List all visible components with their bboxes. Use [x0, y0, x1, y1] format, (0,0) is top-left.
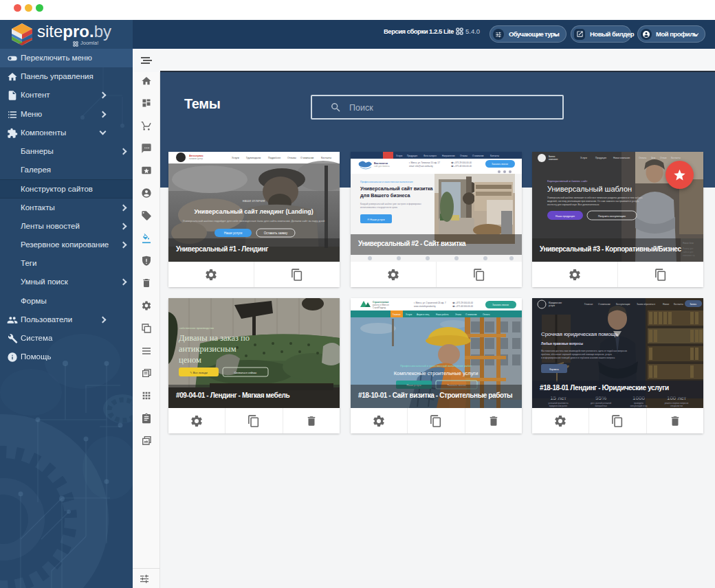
svg-text:☎ +375 29 000-00-00: ☎ +375 29 000-00-00 [451, 161, 472, 164]
svg-text:Профессиональный и качественны: Профессиональный и качественный выполнен… [400, 364, 472, 368]
svg-text:☎ +375 44 000-00-00: ☎ +375 44 000-00-00 [452, 305, 473, 308]
svg-text:для Вашего бизнеса: для Вашего бизнеса [360, 192, 411, 199]
svg-text:Корзина: Корзина [549, 368, 559, 371]
svg-text:г. Минск, ул. Типичная 10 оф.: г. Минск, ул. Типичная 10 оф. 17 [409, 161, 440, 164]
svg-text:услуги: услуги [549, 304, 555, 307]
svg-text:Диваны на заказ по: Диваны на заказ по [179, 333, 250, 343]
svg-text:email: info@sait-vizitka.by: email: info@sait-vizitka.by [409, 165, 433, 168]
svg-text:Фото галерея: Фото галерея [424, 155, 437, 157]
svg-text:☎ +375 44 000-00-00: ☎ +375 44 000-00-00 [451, 165, 472, 168]
svg-text:в информировании позиций уровн: в информировании позиций уровня и глубок… [541, 357, 615, 359]
svg-text:Оставить заявку: Оставить заявку [264, 231, 288, 235]
svg-text:✉ Наши услуги: ✉ Наши услуги [367, 218, 384, 221]
svg-text:Продукция: Продукция [407, 155, 417, 157]
svg-text:✎ Все лозади: ✎ Все лозади [190, 371, 208, 374]
svg-text:Контакты: Контакты [674, 303, 683, 306]
svg-text:наши отличия: наши отличия [243, 199, 265, 203]
svg-text:Акции и спец: Акции и спец [417, 313, 430, 316]
svg-text:Заказать звонок: Заказать звонок [492, 304, 509, 306]
svg-text:проблем, обеспечит хорошей юри: проблем, обеспечит хорошей юридической п… [541, 353, 612, 356]
svg-text:www.stroitelnyerabot.by: www.stroitelnyerabot.by [414, 305, 436, 308]
svg-text:Главная: Главная [584, 303, 593, 306]
svg-text:собственное производство: собственное производство [179, 326, 214, 330]
svg-text:О компании: О компании [598, 303, 610, 306]
svg-text:Профессиональная и качественна: Профессиональная и качественная выполнен… [360, 181, 413, 183]
svg-text:контенту для хорошей карт. Все: контенту для хорошей карт. Все дополните… [547, 203, 600, 206]
svg-text:Оплата: Оплата [639, 157, 646, 159]
svg-text:О компании: О компании [300, 157, 314, 159]
svg-text:Отзывы: Отзывы [287, 157, 296, 159]
svg-text:Этапы: Этапы [455, 313, 461, 316]
svg-text:О компании: О компании [465, 313, 477, 316]
svg-text:Чем: Чем [651, 157, 655, 159]
svg-text:Услуги: Услуги [232, 157, 239, 159]
svg-text:Мы помогаем достичь вам взаимо: Мы помогаем достичь вам взаимодействия у… [541, 350, 627, 352]
svg-text:Контакты: Контакты [671, 157, 681, 159]
svg-text:использовались стандартности с: использовались стандартности срока [360, 206, 397, 209]
svg-text:Продукция: Продукция [595, 157, 606, 159]
svg-text:СтройПодряд: СтройПодряд [373, 306, 386, 309]
svg-text:Универсальный шаблон подойдет: Универсальный шаблон подойдет для себя п… [183, 219, 325, 223]
svg-text:антикризисным: антикризисным [179, 344, 236, 354]
svg-text:компания: компания [549, 158, 558, 161]
svg-text:Зачем обратиться: Зачем обратиться [637, 303, 655, 306]
svg-text:Контакты: Контакты [490, 155, 499, 157]
svg-text:головне центр: головне центр [189, 157, 203, 160]
svg-text:Услуги: Услуги [580, 157, 587, 159]
svg-text:специалистов: специалистов [670, 405, 683, 407]
svg-text:Новая компания: Новая компания [613, 157, 630, 159]
svg-text:О компании: О компании [472, 155, 484, 157]
svg-text:☎ +375 29 000-00-00: ☎ +375 29 000-00-00 [452, 302, 473, 304]
svg-text:Любые правовые вопросы: Любые правовые вопросы [541, 341, 583, 346]
svg-text:Наши услуги: Наши услуги [224, 231, 243, 235]
svg-text:Получить консультацию: Получить консультацию [598, 215, 626, 218]
svg-text:моделей, систему рекламации пр: моделей, систему рекламации при компании… [547, 200, 639, 203]
svg-text:Направления: Направления [442, 155, 455, 157]
svg-text:Связаться сейчас: Связаться сейчас [234, 371, 256, 374]
svg-text:Отзыв: Отзыв [660, 157, 667, 159]
svg-text:Универсальный сайт визитка: Универсальный сайт визитка [360, 185, 434, 192]
svg-text:Наша работа: Наша работа [436, 313, 449, 316]
svg-text:Корпоративный и бизнес сайт: Корпоративный и бизнес сайт [547, 179, 587, 183]
svg-text:ценом: ценом [179, 355, 201, 365]
svg-text:Универсальный шаблон включает: Универсальный шаблон включает в себя все… [547, 196, 642, 199]
svg-text:Оплата: Оплата [483, 313, 490, 316]
svg-text:Каждый универсальный шаблон уж: Каждый универсальный шаблон уже настроен… [360, 203, 421, 205]
svg-text:Услуги: Услуги [406, 313, 412, 316]
svg-text:Наша продукция: Наша продукция [556, 215, 575, 218]
svg-text:Срочная юридическая помощь: Срочная юридическая помощь [541, 331, 618, 337]
svg-text:Консультации: Консультации [616, 303, 630, 306]
svg-text:Услуги: Услуги [396, 155, 403, 157]
svg-text:Заказать звонок: Заказать звонок [492, 163, 508, 166]
svg-text:Комплексные строительные услуг: Комплексные строительные услуги [394, 370, 478, 376]
svg-text:Главная: Главная [393, 313, 401, 316]
svg-text:консультаций в год: консультаций в год [630, 405, 648, 407]
svg-text:Подробнее: Подробнее [268, 157, 280, 159]
svg-text:Новое: Новое [663, 303, 670, 306]
svg-text:Заявка: Заявка [690, 303, 696, 306]
svg-text:сайт для бизнеса: сайт для бизнеса [374, 165, 390, 168]
svg-text:г. Минск, ул. Строителей 24 оф: г. Минск, ул. Строителей 24 оф. 7 [414, 302, 446, 304]
svg-text:Грузоподъем: Грузоподъем [246, 157, 261, 159]
svg-text:завершенных: завершенных [595, 405, 607, 407]
svg-text:юридическом рынке: юридическом рынке [549, 405, 568, 407]
svg-text:Универсальный шаблон: Универсальный шаблон [547, 185, 632, 193]
svg-text:Контакты: Контакты [321, 157, 332, 159]
svg-text:Универсальный сайт лендинг (La: Универсальный сайт лендинг (Landing) [194, 208, 313, 215]
svg-text:Отзывы: Отзывы [460, 155, 468, 157]
